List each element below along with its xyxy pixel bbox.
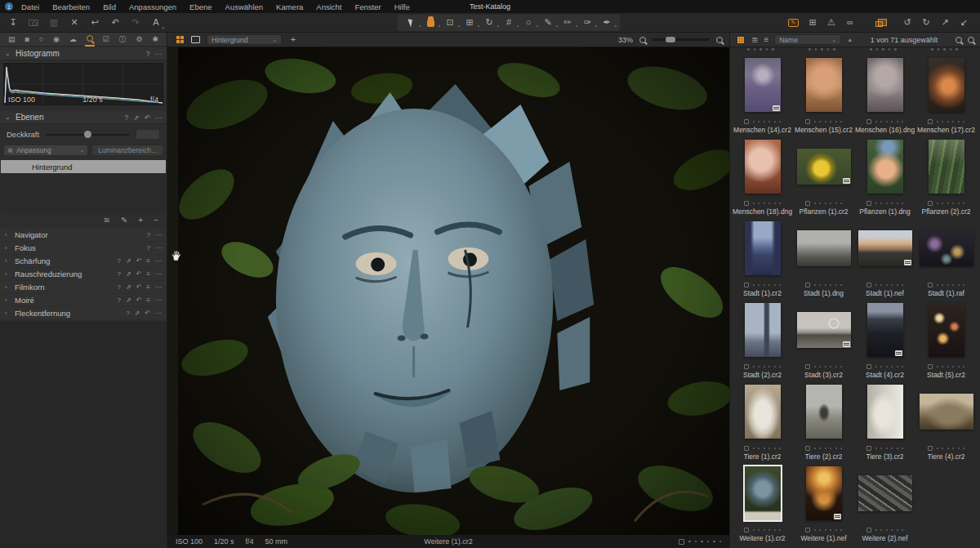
layers-header-icon-2[interactable]: ↶ xyxy=(144,114,149,122)
rating-dot[interactable] xyxy=(814,284,816,286)
panel-action-icon-2[interactable]: ↶ xyxy=(136,257,142,265)
rating-dot[interactable] xyxy=(825,448,826,449)
rating-dot[interactable] xyxy=(835,284,837,286)
rating-dot[interactable] xyxy=(937,121,938,123)
rating-row[interactable] xyxy=(805,199,842,207)
loupe-tool-icon[interactable]: ⊡ xyxy=(445,17,455,29)
selection-checkbox[interactable] xyxy=(805,283,810,287)
panel-action-icon-1[interactable]: ⇗ xyxy=(126,296,131,304)
selection-checkbox[interactable] xyxy=(866,283,871,287)
rating-dot[interactable] xyxy=(764,366,765,368)
selection-checkbox[interactable] xyxy=(866,528,871,532)
rating-dot[interactable] xyxy=(764,121,765,123)
rating-dot[interactable] xyxy=(937,203,938,204)
thumbnail-cell[interactable]: Stadt (1).raf xyxy=(915,216,977,297)
rating-dot[interactable] xyxy=(819,366,821,368)
rating-dot[interactable] xyxy=(891,284,893,286)
rating-dot[interactable] xyxy=(875,448,877,449)
rating-dot[interactable] xyxy=(758,448,760,449)
panel-action-icon-2[interactable]: ↶ xyxy=(136,283,142,291)
thumbnail-image[interactable] xyxy=(920,394,973,430)
rating-dot[interactable] xyxy=(897,284,898,286)
rating-dot[interactable] xyxy=(830,203,831,204)
layers-header-icon-3[interactable]: ⋯ xyxy=(155,114,163,122)
selection-checkbox[interactable] xyxy=(928,364,933,369)
rating-dot[interactable] xyxy=(840,203,842,204)
panel-action-icon-0[interactable]: ? xyxy=(126,310,129,317)
histogram-header-icon-0[interactable]: ? xyxy=(146,50,150,58)
pan-tool-icon[interactable] xyxy=(425,17,435,29)
layers-footer-icon-3[interactable]: − xyxy=(154,216,158,225)
panel-action-icon-0[interactable]: ? xyxy=(117,257,120,265)
search-icon[interactable] xyxy=(968,37,974,43)
rating-dot[interactable] xyxy=(825,121,826,123)
rating-dot[interactable] xyxy=(830,366,831,368)
rating-dot[interactable] xyxy=(886,121,888,123)
thumbnail-cell[interactable]: Pflanzen (1).cr2 xyxy=(793,134,854,216)
rating-dot[interactable] xyxy=(835,366,837,368)
panel-filmkorn[interactable]: ›Filmkorn?⇗↶≡⋯ xyxy=(0,281,167,293)
panel-action-icon-3[interactable]: ≡ xyxy=(146,257,150,265)
rating-dot[interactable] xyxy=(875,121,877,123)
rating-dot[interactable] xyxy=(753,366,755,368)
thumbnail-cell[interactable]: Stadt (1).dng xyxy=(793,216,854,297)
list-view-icon[interactable]: ≣ xyxy=(751,35,758,44)
rating-dot[interactable] xyxy=(942,284,943,286)
rating-dot[interactable] xyxy=(947,366,949,368)
thumbnail-image[interactable] xyxy=(929,58,964,112)
tab-color[interactable]: ◉ xyxy=(51,33,61,47)
thumbnail-cell[interactable]: Stadt (3).cr2 xyxy=(793,297,854,379)
thumbnail-image[interactable] xyxy=(745,303,781,357)
layers-footer-icon-1[interactable]: ✎ xyxy=(121,216,127,225)
rating-dot[interactable] xyxy=(902,203,903,204)
rating-dot[interactable] xyxy=(947,284,949,286)
rating-dot[interactable] xyxy=(819,448,821,449)
menu-item-datei[interactable]: Datei xyxy=(21,2,39,11)
rating-dot[interactable] xyxy=(819,121,821,123)
rating-row[interactable] xyxy=(744,444,781,452)
panel-schärfung[interactable]: ›Schärfung?⇗↶≡⋯ xyxy=(0,255,167,267)
thumbnail-cell[interactable]: Tiere (4).cr2 xyxy=(915,379,977,461)
histogram-header-icon-1[interactable]: ⋯ xyxy=(155,50,163,58)
layers-footer-icon-2[interactable]: + xyxy=(138,216,143,225)
rating-dot[interactable] xyxy=(753,529,755,531)
selection-checkbox[interactable] xyxy=(928,119,933,124)
layers-header-icon-0[interactable]: ? xyxy=(125,114,129,122)
menu-item-bearbeiten[interactable]: Bearbeiten xyxy=(52,2,90,11)
thumbnail-cell[interactable]: Weitere (1).cr2 xyxy=(732,461,793,542)
thumbnail-image[interactable] xyxy=(867,58,903,112)
overlay-tool-icon[interactable]: ○ xyxy=(523,17,533,29)
rating-dot[interactable] xyxy=(835,121,837,123)
rating-dot[interactable] xyxy=(937,366,938,368)
selection-checkbox[interactable] xyxy=(866,364,871,369)
thumbnail-cell[interactable]: Tiere (2).cr2 xyxy=(793,379,854,461)
thumbnail-image[interactable] xyxy=(867,385,903,439)
tab-exposure[interactable]: ☁ xyxy=(68,33,78,47)
panel-action-icon-1[interactable]: ⇗ xyxy=(126,283,131,291)
panel-action-icon-0[interactable]: ? xyxy=(117,270,120,278)
panel-action-icon-1[interactable]: ⋯ xyxy=(155,231,162,238)
thumbnail-cell[interactable]: Weitere (1).nef xyxy=(793,461,854,542)
rating-row[interactable] xyxy=(928,281,964,288)
grid-overlay-icon[interactable]: ⊞ xyxy=(808,17,817,29)
current-image-rating-row[interactable] xyxy=(679,539,721,545)
viewer-layer-select[interactable]: Hintergrund ⌄ xyxy=(207,34,282,45)
thumbnail-cell[interactable]: Stadt (2).cr2 xyxy=(732,297,793,379)
panel-action-icon-0[interactable]: ? xyxy=(117,283,120,291)
rating-dot[interactable] xyxy=(779,366,781,368)
annotation-text-icon[interactable]: A▾ xyxy=(151,17,161,29)
rating-dot[interactable] xyxy=(880,448,882,449)
rating-dot[interactable] xyxy=(937,448,938,449)
rating-dot[interactable] xyxy=(952,284,954,286)
rating-dot[interactable] xyxy=(891,121,893,123)
layers-header-icon-1[interactable]: ⇗ xyxy=(133,114,139,122)
selection-checkbox[interactable] xyxy=(805,446,810,451)
panel-action-icon-4[interactable]: ⋯ xyxy=(155,283,162,291)
delete-icon[interactable]: ✕ xyxy=(69,17,79,29)
rotate-ccw-icon[interactable]: ↺ xyxy=(902,17,912,29)
panel-action-icon-2[interactable]: ↶ xyxy=(136,296,142,304)
rating-dot[interactable] xyxy=(774,284,776,286)
rotate-cw-icon[interactable]: ↻ xyxy=(921,17,931,29)
rating-row[interactable] xyxy=(805,118,842,125)
opacity-value-field[interactable] xyxy=(136,129,160,140)
